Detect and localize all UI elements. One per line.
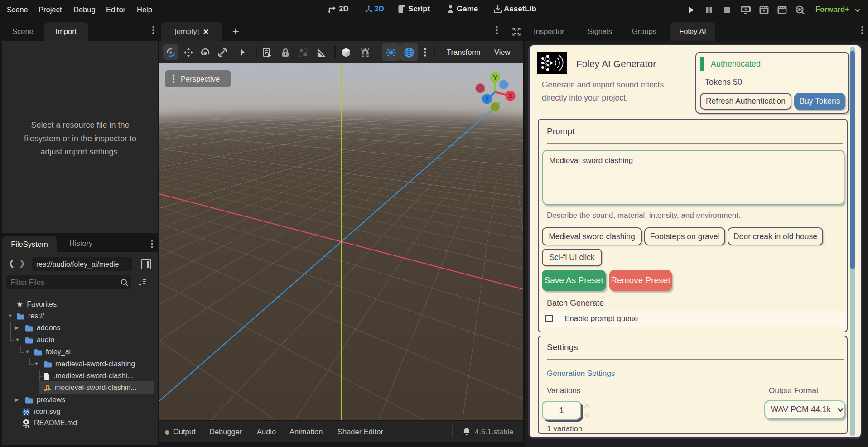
- svg-text:X: X: [508, 92, 513, 100]
- svg-text:Z: Z: [485, 96, 489, 103]
- svg-text:Y: Y: [493, 74, 497, 81]
- svg-text:Perspective: Perspective: [181, 75, 220, 83]
- svg-text:TXT: TXT: [23, 424, 29, 428]
